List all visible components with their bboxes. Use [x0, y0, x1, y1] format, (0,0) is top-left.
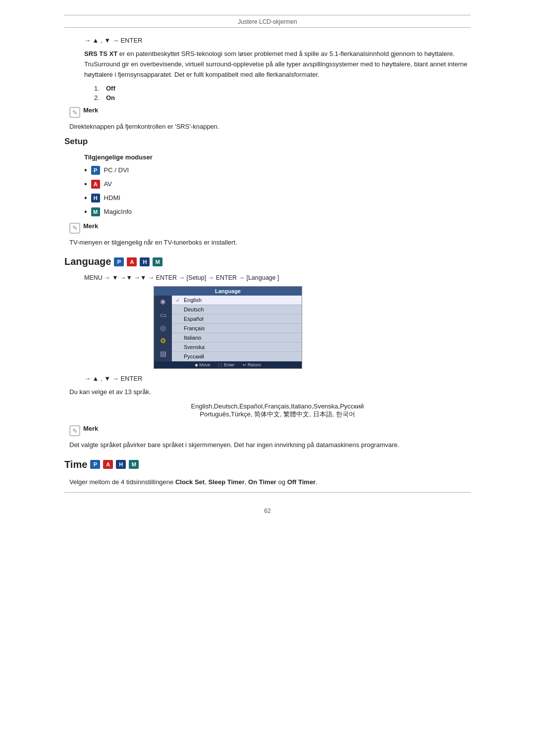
menu-item-svenska: Svenska — [172, 343, 302, 352]
screenshot-header: Language — [154, 287, 302, 296]
list-item-off: 1.Off — [94, 85, 471, 92]
mode-icon-p: P — [91, 166, 100, 175]
mode-label-pc: PC / DVI — [104, 166, 129, 174]
badge-p: P — [114, 257, 124, 266]
arrow-line-2: → ▲ , ▼ → ENTER — [84, 375, 471, 382]
note3-icon — [69, 425, 80, 436]
note2-icon — [69, 223, 80, 234]
arrow-line-1: → ▲ , ▼ → ENTER — [84, 37, 471, 44]
sidebar-icon-4: ⚙ — [157, 336, 169, 345]
menu-item-francais: Français — [172, 324, 302, 333]
badge-a: A — [127, 257, 137, 266]
sidebar-icon-1: ✱ — [157, 298, 169, 306]
note3-text: Det valgte språket påvirker bare språket… — [69, 440, 471, 450]
note3-block: Merk — [69, 425, 471, 436]
lang-list: English,Deutsch,Español,Français,Italian… — [84, 403, 471, 419]
sidebar-icon-3: ◎ — [157, 323, 169, 332]
time-heading-text: Time — [64, 459, 87, 470]
note2-label: Merk — [83, 222, 98, 230]
note1-text: Direkteknappen på fjernkontrollen er 'SR… — [69, 122, 471, 132]
mode-icon-m: M — [91, 207, 100, 216]
time-heading-row: Time P A H M — [64, 459, 471, 470]
time-badge-m: M — [129, 460, 139, 469]
time-description: Velger mellom de 4 tidsinnstillingene Cl… — [69, 477, 471, 488]
language-heading-row: Language P A H M — [64, 256, 471, 267]
note1-icon — [69, 107, 80, 118]
menu-item-espanol: Español — [172, 314, 302, 324]
mode-hdmi: • H HDMI — [84, 194, 471, 202]
mode-label-magicinfo: MagicInfo — [104, 208, 132, 215]
time-badge-h: H — [116, 460, 126, 469]
note2-text: TV-menyen er tilgjengelig når en TV-tune… — [69, 238, 471, 248]
list-item-on: 2.On — [94, 94, 471, 101]
page-title-bar: Justere LCD-skjermen — [64, 18, 471, 28]
mode-icon-h: H — [91, 194, 100, 202]
sidebar-icon-2: ▭ — [157, 310, 169, 319]
modes-list: • P PC / DVI • A AV • H HDMI • M MagicIn… — [84, 166, 471, 216]
top-rule — [64, 15, 471, 15]
note3-label: Merk — [83, 425, 98, 432]
setup-heading: Setup — [64, 137, 471, 147]
badge-m: M — [153, 257, 162, 266]
lang-count-text: Du kan velge et av 13 språk. — [69, 387, 471, 398]
bottom-rule — [64, 492, 471, 493]
mode-pc-dvi: • P PC / DVI — [84, 166, 471, 175]
screenshot-mock: Language ✱ ▭ ◎ ⚙ ▤ ✓ English Deutsch Esp… — [154, 286, 302, 369]
note1-block: Merk — [69, 106, 471, 118]
menu-item-deutsch: Deutsch — [172, 305, 302, 314]
mode-magicinfo: • M MagicInfo — [84, 207, 471, 216]
screenshot-menu-list: ✓ English Deutsch Español Français Itali… — [172, 296, 302, 361]
screenshot-footer: ◆ Move ⬚ Enter ↩ Return — [154, 361, 302, 368]
sidebar-icon-5: ▤ — [157, 349, 169, 358]
lang-list-line1: English,Deutsch,Español,Français,Italian… — [84, 403, 471, 410]
page-number: 62 — [64, 507, 471, 514]
time-badge-a: A — [103, 460, 113, 469]
note2-block: Merk — [69, 222, 471, 234]
screenshot-sidebar: ✱ ▭ ◎ ⚙ ▤ — [154, 296, 172, 361]
note1-label: Merk — [83, 106, 98, 114]
language-heading-text: Language — [64, 256, 111, 267]
available-modes-heading: Tilgjengelige moduser — [84, 153, 471, 161]
mode-label-av: AV — [104, 180, 112, 188]
mode-av: • A AV — [84, 180, 471, 189]
mode-label-hdmi: HDMI — [104, 194, 120, 202]
numbered-list: 1.Off 2.On — [94, 85, 471, 101]
menu-item-english: ✓ English — [172, 296, 302, 305]
menu-path: MENU → ▼ →▼ →▼ → ENTER → [Setup] → ENTER… — [84, 274, 471, 281]
srs-description: SRS TS XT er en patentbeskyttet SRS-tekn… — [84, 49, 471, 80]
menu-item-italiano: Italiano — [172, 333, 302, 343]
lang-list-line2: Português,Türkçe, 简体中文, 繁體中文, 日本語, 한국어 — [84, 410, 471, 419]
menu-item-russian: Русский — [172, 352, 302, 361]
time-badge-p: P — [90, 460, 100, 469]
mode-icon-a: A — [91, 180, 100, 189]
badge-h: H — [140, 257, 150, 266]
